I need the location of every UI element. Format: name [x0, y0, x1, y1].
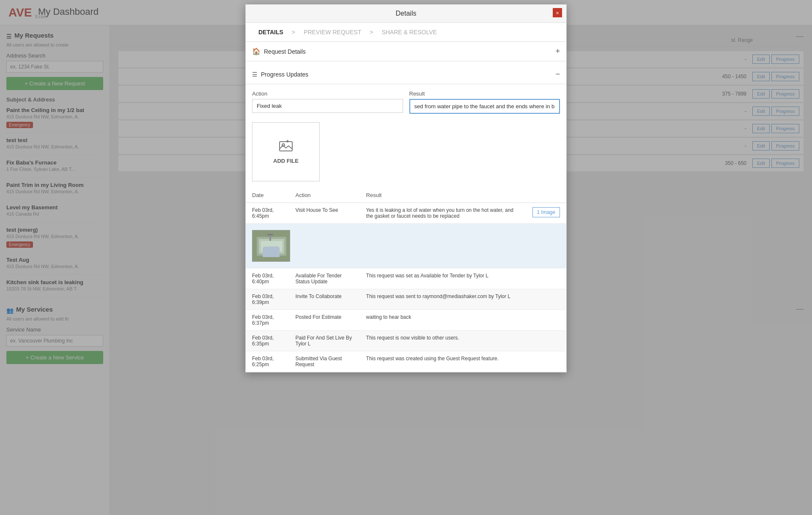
col-date-header: Date [246, 188, 289, 203]
row-date: Feb 03rd, 6:25pm [246, 351, 289, 372]
row-date: Feb 03rd, 6:37pm [246, 310, 289, 331]
image-thumbnail[interactable] [252, 230, 290, 262]
row-action: Paid For And Set Live By Tylor L [289, 331, 359, 351]
image-upload-icon [279, 140, 293, 154]
step-details[interactable]: DETAILS [258, 29, 283, 36]
action-form-group: Action [252, 90, 403, 114]
row-date: Feb 03rd, 6:40pm [246, 268, 289, 289]
table-row: Feb 03rd, 6:40pm Available For Tender St… [246, 268, 566, 289]
add-file-label: ADD FILE [273, 158, 299, 164]
step-preview[interactable]: PREVIEW REQUEST [304, 29, 361, 36]
collapse-progress-button[interactable]: − [555, 70, 560, 79]
table-row: Feb 03rd, 6:35pm Paid For And Set Live B… [246, 331, 566, 351]
request-details-section-header: 🏠 Request Details + [246, 42, 566, 61]
action-result-form: Action Result [246, 84, 566, 118]
add-file-button[interactable]: ADD FILE [252, 122, 320, 181]
col-action-header: Action [289, 188, 359, 203]
action-label: Action [252, 90, 403, 97]
row-date: Feb 03rd, 6:45pm [246, 203, 289, 224]
step-arrow-2: > [370, 29, 373, 36]
image-preview-row [246, 224, 566, 268]
table-row: Feb 03rd, 6:37pm Posted For Estimate wai… [246, 310, 566, 331]
svg-rect-8 [261, 241, 282, 252]
sink-image [252, 230, 290, 261]
svg-rect-7 [267, 234, 273, 236]
svg-point-5 [268, 250, 275, 253]
image-preview-cell [246, 224, 566, 268]
row-result: This request is now visible to other use… [360, 331, 566, 351]
row-action: Available For Tender Status Update [289, 268, 359, 289]
row-action: Visit House To See [289, 203, 359, 224]
result-label: Result [409, 90, 560, 97]
modal-body: 🏠 Request Details + ☰ Progress Updates −… [246, 42, 566, 372]
row-result: This request was set as Available for Te… [360, 268, 566, 289]
result-form-group: Result [409, 90, 560, 114]
home-icon: 🏠 [252, 47, 261, 55]
progress-updates-section-header: ☰ Progress Updates − [246, 65, 566, 84]
row-result: This request was created using the Guest… [360, 351, 566, 372]
step-arrow-1: > [292, 29, 295, 36]
row-date: Feb 03rd, 6:39pm [246, 289, 289, 310]
table-row: Feb 03rd, 6:39pm Invite To Collaborate T… [246, 289, 566, 310]
action-input[interactable] [252, 99, 403, 113]
expand-request-details-button[interactable]: + [555, 47, 560, 56]
row-action: Invite To Collaborate [289, 289, 359, 310]
progress-table: Date Action Result Feb 03rd, 6:45pm Visi… [246, 188, 566, 372]
svg-rect-0 [280, 142, 292, 151]
step-share[interactable]: SHARE & RESOLVE [381, 29, 436, 36]
table-row: Feb 03rd, 6:25pm Submitted Via Guest Req… [246, 351, 566, 372]
row-image-cell: 1 Image [526, 203, 566, 224]
modal-title: Details [396, 10, 417, 17]
image-preview-container [246, 224, 566, 268]
col-image-header [526, 188, 566, 203]
table-row: Feb 03rd, 6:45pm Visit House To See Yes … [246, 203, 566, 224]
progress-updates-label: Progress Updates [261, 71, 555, 78]
row-result: This request was sent to raymond@mediash… [360, 289, 566, 310]
row-result: Yes it is leaking a lot of water when yo… [360, 203, 526, 224]
row-result: waiting to hear back [360, 310, 566, 331]
view-image-button[interactable]: 1 Image [532, 207, 560, 217]
row-action: Submitted Via Guest Request [289, 351, 359, 372]
row-action: Posted For Estimate [289, 310, 359, 331]
request-details-label: Request Details [264, 48, 555, 55]
details-modal: Details × DETAILS > PREVIEW REQUEST > SH… [245, 4, 567, 373]
row-date: Feb 03rd, 6:35pm [246, 331, 289, 351]
col-result-header: Result [360, 188, 526, 203]
modal-close-button[interactable]: × [553, 8, 562, 17]
result-input[interactable] [409, 99, 560, 114]
progress-icon: ☰ [252, 71, 258, 78]
modal-header: Details × [246, 5, 566, 23]
modal-steps: DETAILS > PREVIEW REQUEST > SHARE & RESO… [246, 23, 566, 42]
